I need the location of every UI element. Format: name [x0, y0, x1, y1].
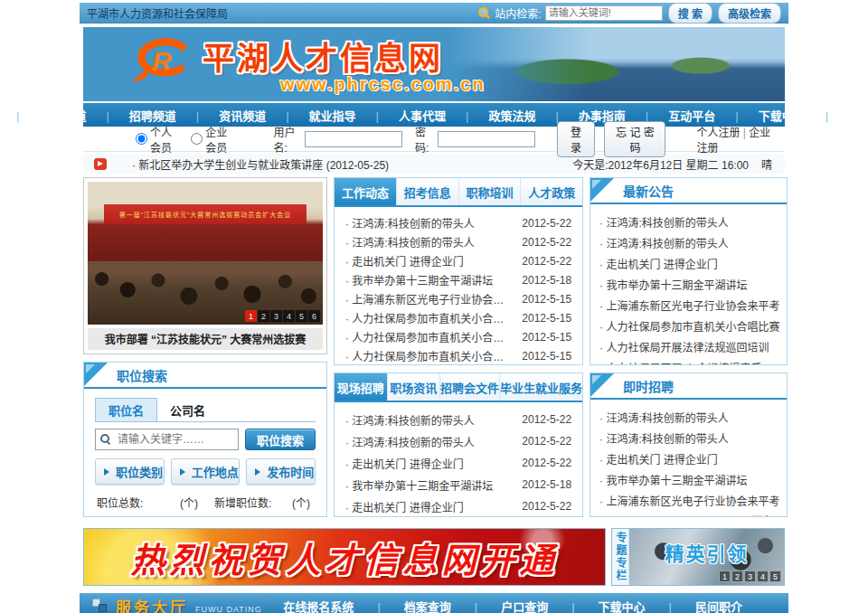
forgot-password-button[interactable]: 忘 记 密 码 — [604, 121, 665, 157]
side-page-1[interactable]: 1 — [719, 571, 731, 582]
special-column-banner[interactable]: 专题专栏 精英引领 1 2 3 4 5 — [611, 528, 785, 586]
nav-item-home[interactable]: 首页 — [0, 107, 6, 124]
slide-page-4[interactable]: 4 — [283, 310, 295, 322]
instant-header: 即时招聘 — [590, 373, 787, 400]
username-input[interactable] — [305, 131, 402, 147]
tab-company-name[interactable]: 公司名 — [157, 399, 218, 421]
tab-title-training[interactable]: 职称培训 — [459, 178, 522, 205]
triangle-right-icon — [104, 468, 109, 476]
nav-item-hr-agency[interactable]: 人事代理 — [366, 107, 456, 124]
recruit-link[interactable]: 走出机关门 进得企业门 — [345, 456, 514, 471]
ticker-arrow-icon — [94, 158, 107, 170]
tab-position-name[interactable]: 职位名 — [95, 398, 157, 421]
news-link[interactable]: 人力社保局参加市直机关小合唱比赛 — [345, 310, 514, 325]
special-column-label: 专题专栏 — [612, 529, 629, 585]
notice-link[interactable]: 走出机关门 进得企业门 — [599, 256, 779, 271]
nav-item-jobseek[interactable]: 求职频道 — [6, 107, 96, 124]
news-link[interactable]: 上海浦东新区光电子行业协会来平考察 — [345, 291, 514, 306]
news-link[interactable]: 人力社保局参加市直机关小合唱比赛 — [345, 348, 514, 363]
filter-work-location[interactable]: 工作地点 — [171, 458, 241, 485]
nav-item-download[interactable]: 下载中心 — [725, 107, 815, 124]
job-search-button[interactable]: 职位搜索 — [245, 429, 316, 450]
notice-link[interactable]: 我市举办第十三期金平湖讲坛 — [599, 277, 779, 292]
news-link[interactable]: 汪鸿涛:科技创新的带头人 — [345, 215, 514, 231]
news-link[interactable]: 我市举办第十三期金平湖讲坛 — [345, 272, 514, 288]
slideshow-image[interactable]: 第一届“江苏技能状元”大赛常州选拔赛动员会扩大会议 1 2 3 4 5 6 — [88, 182, 323, 325]
filter-job-category[interactable]: 职位类别 — [95, 458, 165, 485]
link-archive-query[interactable]: 档案查询 — [365, 598, 462, 613]
password-input[interactable] — [438, 131, 535, 147]
personal-member-radio[interactable]: 个人会员 — [136, 124, 182, 155]
tab-talent-policy[interactable]: 人才政策 — [521, 178, 582, 205]
slideshow-pagination: 1 2 3 4 5 6 — [245, 310, 320, 322]
notice-link[interactable]: 人力社保局开展“入企锻炼提素质” — [599, 360, 779, 365]
personal-register-link[interactable]: 个人注册 — [696, 127, 740, 139]
notice-link[interactable]: 人力社保局开展法律法规巡回培训 — [599, 339, 779, 354]
tab-exam-info[interactable]: 招考信息 — [397, 178, 459, 205]
nav-item-sitemap[interactable]: 网站地图 — [816, 107, 868, 124]
site-search-button[interactable]: 搜 索 — [668, 3, 712, 24]
slide-page-3[interactable]: 3 — [270, 310, 282, 322]
news-date: 2012-5-15 — [522, 312, 571, 325]
instant-link[interactable]: 汪鸿涛:科技创新的带头人 — [599, 430, 779, 446]
side-page-5[interactable]: 5 — [769, 571, 781, 582]
side-page-4[interactable]: 4 — [757, 571, 769, 582]
more-row: [更多] — [590, 511, 787, 517]
site-search-input[interactable] — [545, 5, 663, 21]
recruit-link[interactable]: 汪鸿涛:科技创新的带头人 — [345, 434, 514, 449]
slide-page-2[interactable]: 2 — [258, 310, 269, 322]
notice-link[interactable]: 汪鸿涛:科技创新的带头人 — [599, 235, 779, 250]
ticker-news-link[interactable]: 新北区举办大学生创业与就业政策讲座 (2012-05-25) — [132, 156, 389, 172]
instant-link[interactable]: 我市举办第十三期金平湖讲坛 — [599, 472, 779, 487]
instant-link[interactable]: 走出机关门 进得企业门 — [599, 451, 779, 467]
side-page-2[interactable]: 2 — [731, 571, 743, 582]
link-download-center[interactable]: 下载中心 — [560, 598, 656, 613]
special-column-photo: 精英引领 1 2 3 4 5 — [629, 529, 784, 585]
nav-item-recruit[interactable]: 招聘频道 — [96, 107, 185, 124]
tab-onsite-recruit[interactable]: 现场招聘 — [335, 373, 388, 401]
login-button[interactable]: 登 录 — [557, 121, 596, 157]
list-item: 汪鸿涛:科技创新的带头人 — [599, 428, 779, 448]
weather: 晴 — [761, 156, 778, 172]
news-link[interactable]: 汪鸿涛:科技创新的带头人 — [345, 234, 514, 250]
recruit-link[interactable]: 我市举办第十三期金平湖讲坛 — [345, 477, 514, 493]
link-online-registration[interactable]: 在线报名系统 — [271, 598, 365, 613]
photo-slideshow: 第一届“江苏技能状元”大赛常州选拔赛动员会扩大会议 1 2 3 4 5 6 我市… — [83, 177, 327, 354]
company-member-radio[interactable]: 企业会员 — [191, 124, 237, 155]
advanced-search-button[interactable]: 高级检索 — [718, 3, 781, 24]
username-label: 用户名: — [274, 124, 304, 155]
keyword-input[interactable] — [95, 429, 239, 450]
list-item: 汪鸿涛:科技创新的带头人 — [599, 212, 779, 232]
link-private-agency[interactable]: 民间职介 — [657, 598, 754, 613]
side-page-3[interactable]: 3 — [744, 571, 756, 582]
notice-link[interactable]: 人力社保局参加市直机关小合唱比赛 — [599, 318, 779, 334]
tab-graduate-services[interactable]: 毕业生就业服务 — [500, 373, 582, 401]
slide-page-5[interactable]: 5 — [296, 310, 307, 322]
recruit-link[interactable]: 走出机关门 进得企业门 — [345, 499, 514, 514]
list-item: 人力社保局开展“入企锻炼提素质” — [599, 357, 779, 365]
top-bar: 平湖市人力资源和社会保障局 站内检索: 搜 索 高级检索 — [80, 3, 788, 24]
instant-link[interactable]: 上海浦东新区光电子行业协会来平考 — [599, 493, 779, 508]
tab-work-dynamics[interactable]: 工作动态 — [335, 178, 397, 205]
more-link[interactable]: [更多] — [747, 515, 776, 517]
tab-workplace-news[interactable]: 职场资讯 — [388, 373, 441, 401]
nav-item-news[interactable]: 资讯频道 — [186, 107, 276, 124]
login-bar: 个人会员 企业会员 用户名: 密码: 登 录 忘 记 密 码 个人注册 企业注册 — [83, 127, 785, 152]
recruit-link[interactable]: 汪鸿涛:科技创新的带头人 — [345, 412, 514, 428]
news-link[interactable]: 人力社保局参加市直机关小合唱比赛 — [345, 329, 514, 344]
tab-jobfair-files[interactable]: 招聘会文件 — [440, 373, 500, 401]
news-list: 汪鸿涛:科技创新的带头人2012-5-22 汪鸿涛:科技创新的带头人2012-5… — [335, 207, 582, 365]
notice-link[interactable]: 上海浦东新区光电子行业协会来平考 — [599, 297, 779, 313]
celebration-banner[interactable]: 热烈祝贺人才信息网开通 — [83, 528, 606, 586]
slide-page-1[interactable]: 1 — [245, 310, 257, 322]
notice-link[interactable]: 汪鸿涛:科技创新的带头人 — [599, 214, 779, 230]
slide-page-6[interactable]: 6 — [308, 310, 320, 322]
filter-publish-time[interactable]: 发布时间 — [246, 458, 316, 485]
link-household-query[interactable]: 户口查询 — [463, 598, 560, 613]
slideshow-caption[interactable]: 我市部署 “江苏技能状元” 大赛常州选拔赛 — [88, 328, 323, 350]
nav-item-policy[interactable]: 政策法规 — [456, 107, 545, 124]
instant-link[interactable]: 汪鸿涛:科技创新的带头人 — [599, 410, 779, 425]
list-item: 人力社保局参加市直机关小合唱比赛2012-5-15 — [345, 346, 571, 365]
news-link[interactable]: 走出机关门 进得企业门 — [345, 253, 514, 269]
nav-item-guidance[interactable]: 就业指导 — [276, 107, 365, 124]
